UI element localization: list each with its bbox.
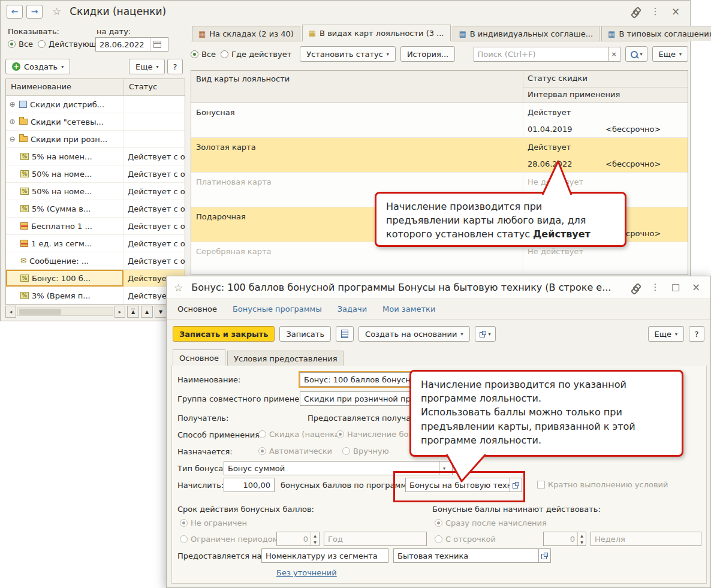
forward-button[interactable]: → — [26, 5, 43, 19]
scrollbar-thumb[interactable] — [19, 309, 61, 315]
delay-unit-input[interactable]: Неделя — [591, 532, 701, 546]
list-item[interactable]: %5% на номен... Действует с ог... — [6, 148, 185, 165]
nav-main[interactable]: Основное — [177, 304, 217, 313]
provide-value-input[interactable]: Бытовая техника — [393, 548, 539, 563]
kebab-menu-icon[interactable]: ⋮ — [649, 283, 661, 292]
list-item[interactable]: ⊕Скидки дистриб... — [6, 96, 185, 113]
spin-down-icon[interactable]: ▼ — [578, 539, 586, 545]
save-close-button[interactable]: Записать и закрыть — [173, 326, 275, 342]
tab-standard-agreements[interactable]: ▦ В типовых соглашениях (1 ... — [601, 26, 711, 41]
column-status[interactable]: Статус — [123, 79, 185, 95]
list-item-status[interactable]: Действует с ог... — [123, 165, 185, 182]
tab-conditions[interactable]: Условия предоставления — [227, 351, 344, 366]
create-based-button[interactable]: Создать на основании ▾ — [358, 326, 469, 342]
list-item[interactable]: %50% на номе... Действует с ог... — [6, 165, 185, 183]
list-item[interactable]: %5% (Сумма в... Действует с ог... — [6, 200, 185, 218]
help-button[interactable]: ? — [167, 59, 183, 74]
clear-search-icon[interactable]: × — [608, 47, 620, 62]
multiple-checkbox[interactable]: Кратно выполнению условий — [537, 480, 668, 489]
group-input[interactable]: Скидки при розничной прода — [300, 391, 414, 406]
search-button[interactable]: ▾ — [625, 46, 647, 62]
list-item[interactable]: Бесплатно 1 ... Действует с ог... — [6, 218, 185, 235]
open-segment-button[interactable] — [539, 548, 551, 563]
search-input[interactable] — [474, 47, 608, 62]
nav-tasks[interactable]: Задачи — [338, 304, 367, 313]
method-discount-radio[interactable]: Скидка (наценка) — [258, 430, 342, 439]
collapse-icon[interactable]: ⊖ — [8, 135, 16, 143]
spin-down-icon[interactable]: ▼ — [311, 539, 319, 545]
list-item-status[interactable]: Действует с ог... — [123, 148, 185, 165]
list-item-status[interactable]: Действует с ог... — [123, 252, 185, 269]
list-item[interactable]: ⊕Скидки "сетевы... — [6, 113, 185, 131]
start-immediate-radio[interactable]: Сразу после начисления — [435, 518, 547, 527]
name-input[interactable]: Бонус: 100 баллов бонусной — [300, 372, 414, 387]
date-input[interactable]: 28.06.2022 — [95, 37, 168, 52]
close-icon[interactable]: × — [670, 7, 682, 17]
list-item-status[interactable]: Действует с ог... — [123, 200, 185, 217]
expand-icon[interactable]: ⊕ — [8, 117, 16, 126]
method-bonus-radio[interactable]: Начисление бон — [336, 430, 414, 439]
list-item-status[interactable] — [123, 113, 185, 130]
calendar-icon[interactable] — [150, 38, 164, 51]
column-card-kind[interactable]: Вид карты лояльности — [196, 74, 290, 83]
list-item[interactable]: ✉Сообщение: ... Действует с ог... — [6, 252, 185, 270]
scrollbar-track[interactable] — [17, 307, 113, 316]
show-all-radio[interactable]: Все — [8, 40, 33, 49]
card-row[interactable]: Бонусная Действует 01.04.2019 <бессрочно… — [191, 103, 688, 138]
list-item[interactable]: 1 ед. из сегм... Действует с ог... — [6, 235, 185, 252]
tab-loyalty-cards[interactable]: ▦ В видах карт лояльности (3 ... — [302, 25, 451, 41]
cards-more-button[interactable]: Еще ▾ — [652, 46, 688, 62]
save-button[interactable]: Записать — [279, 326, 331, 342]
scroll-left-button[interactable]: ◂ — [5, 306, 16, 318]
list-item-status[interactable]: Действует с ог... — [123, 218, 185, 234]
move-down-button[interactable]: ▼ — [155, 306, 167, 318]
start-delayed-radio[interactable]: С отсрочкой — [435, 535, 496, 544]
provide-type-input[interactable]: Номенклатуру из сегмента — [261, 548, 388, 563]
list-item[interactable]: %50% на номе... Действует с ог... — [6, 183, 185, 200]
column-discount-status[interactable]: Статус скидки — [528, 74, 588, 83]
link-icon[interactable] — [631, 7, 641, 16]
spin-up-icon[interactable]: ▲ — [578, 532, 586, 539]
period-unit-input[interactable]: Год — [324, 532, 427, 546]
assign-auto-radio[interactable]: Автоматически — [258, 447, 332, 456]
tab-main[interactable]: Основное — [173, 349, 225, 366]
tab-warehouses[interactable]: ▦ На складах (2 из 40) — [192, 26, 300, 41]
nav-notes[interactable]: Мои заметки — [382, 304, 435, 313]
cards-where-radio[interactable]: Где действует — [221, 50, 291, 59]
kebab-menu-icon[interactable]: ⋮ — [649, 7, 661, 16]
list-item[interactable]: %3% (Время п... Действует — [6, 287, 185, 304]
dialog-help-button[interactable]: ? — [689, 326, 704, 342]
validity-period-radio[interactable]: Ограничен периодом — [180, 535, 278, 544]
history-button[interactable]: История... — [400, 46, 455, 62]
list-item-status[interactable]: Действует с ог... — [123, 235, 185, 252]
delay-spinner[interactable]: 0 ▲▼ — [543, 532, 586, 546]
expand-icon[interactable]: ⊕ — [8, 100, 16, 108]
spin-up-icon[interactable]: ▲ — [311, 532, 319, 539]
copy-icon-button[interactable]: ▾ — [475, 326, 496, 342]
create-button[interactable]: + Создать ▾ — [5, 59, 70, 74]
document-icon-button[interactable] — [336, 326, 354, 342]
period-spinner[interactable]: 0 ▲▼ — [276, 532, 320, 546]
column-name[interactable]: Наименование — [6, 79, 123, 95]
list-item-status[interactable] — [123, 131, 185, 147]
column-interval[interactable]: Интервал применения — [528, 90, 620, 99]
list-item-status[interactable]: Действует с ог... — [123, 183, 185, 200]
assign-manual-radio[interactable]: Вручную — [342, 447, 389, 456]
card-row[interactable]: Золотая карта Действует 28.06.2022 <бесс… — [191, 138, 688, 173]
scroll-right-button[interactable]: ▸ — [115, 306, 125, 318]
no-details-link[interactable]: Без уточнений — [276, 568, 337, 577]
link-icon[interactable] — [631, 284, 641, 292]
favorite-star-icon[interactable]: ☆ — [174, 282, 183, 294]
favorite-star-icon[interactable]: ☆ — [52, 5, 61, 17]
dialog-more-button[interactable]: Еще ▾ — [648, 326, 684, 342]
list-item-selected[interactable]: %Бонус: 100 б... Действует — [6, 270, 185, 287]
card-row[interactable]: Серебряная карта Не действует — [191, 242, 688, 275]
maximize-icon[interactable]: □ — [670, 283, 682, 292]
nav-bonus-programs[interactable]: Бонусные программы — [233, 304, 322, 313]
more-button[interactable]: Еще ▾ — [129, 59, 165, 74]
validity-unlimited-radio[interactable]: Не ограничен — [180, 518, 247, 527]
move-up-button[interactable]: ▲ — [141, 306, 153, 318]
list-item[interactable]: ⊖Скидки при розн... — [6, 131, 185, 148]
move-top-button[interactable]: ▲ — [127, 306, 139, 318]
back-button[interactable]: ← — [7, 5, 23, 19]
